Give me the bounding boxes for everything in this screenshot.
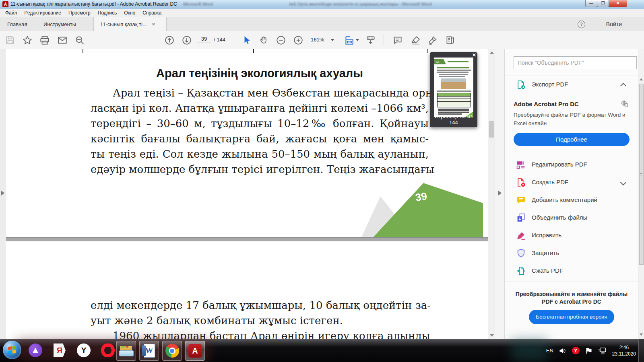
menu-help[interactable]: Справка (139, 10, 165, 16)
title-bar: Microsoft Word №5 Орта мектебінде өткізі… (0, 0, 644, 9)
zoom-dropdown-caret[interactable] (331, 39, 334, 41)
tool-compress-pdf[interactable]: Сжать PDF (505, 262, 638, 280)
scroll-mode-icon[interactable] (365, 35, 376, 45)
thumb-line (438, 110, 469, 111)
menu-window[interactable]: Окно (120, 10, 139, 16)
taskbar-alice-icon[interactable] (27, 342, 43, 358)
menu-sign[interactable]: Подпись (94, 10, 121, 16)
zoom-in-icon[interactable] (293, 35, 303, 45)
collapse-chevron-icon[interactable] (620, 83, 627, 89)
network-icon[interactable] (598, 347, 607, 355)
restore-button[interactable]: ❐ (597, 0, 609, 7)
tools-scroll-thumb[interactable] (639, 84, 644, 265)
taskbar: Я Y W (0, 339, 644, 362)
tray-time: 2:46 (612, 344, 636, 351)
show-desktop-button[interactable] (638, 339, 644, 362)
help-icon[interactable]: ? (578, 21, 585, 28)
minimize-button[interactable]: — (585, 0, 597, 7)
tab-home[interactable]: Главная (1, 17, 33, 31)
taskbar-word-button[interactable]: W (139, 341, 159, 361)
taskbar-explorer-button[interactable] (116, 341, 136, 361)
scroll-up-arrow[interactable] (490, 51, 494, 54)
save-icon[interactable] (5, 35, 15, 45)
expand-chevron-icon[interactable] (620, 179, 627, 186)
doc-text-line: елді мекендерде 17 балық ұжымшары, 10 ба… (91, 298, 429, 313)
highlight-icon[interactable] (411, 35, 421, 45)
tool-create-pdf[interactable]: Создать PDF (505, 174, 638, 191)
thumb-table (437, 93, 471, 107)
taskbar-yandex-ya-icon[interactable]: Я (52, 342, 68, 358)
tool-export-pdf[interactable]: Экспорт PDF (505, 76, 638, 94)
doc-text-line: ты теңіз еді. Сол кезде жылына 50–150 мы… (91, 146, 429, 162)
fill-sign-icon[interactable] (445, 35, 455, 45)
scroll-down-arrow[interactable] (490, 334, 494, 337)
hand-tool-icon[interactable] (258, 35, 269, 45)
document-scrollbar[interactable] (488, 49, 495, 339)
taskbar-chrome-button[interactable] (162, 341, 182, 361)
table-remnant (83, 49, 428, 53)
close-button[interactable]: ✕ (609, 0, 627, 7)
fit-width-icon[interactable] (344, 35, 355, 45)
thumb-line (437, 72, 469, 73)
star-icon[interactable] (22, 35, 33, 45)
sign-pen-icon[interactable] (427, 35, 438, 45)
comment-icon[interactable] (392, 35, 403, 45)
learn-more-button[interactable]: Подробнее (514, 133, 630, 146)
clock[interactable]: 2:46 23.11.2020 (612, 344, 636, 357)
zoom-level-value[interactable]: 161% (311, 37, 324, 43)
search-tool-icon[interactable] (74, 35, 85, 45)
tab-tools[interactable]: Инструменты (37, 17, 83, 31)
tools-panel-divider (495, 49, 505, 339)
page-thumbnail: §2. (434, 58, 473, 117)
email-icon[interactable] (57, 35, 68, 45)
alice-glyph (33, 348, 38, 353)
document-scroll-thumb[interactable] (489, 121, 494, 138)
previous-page-icon[interactable] (164, 35, 175, 45)
document-paragraph: елді мекендерде 17 балық ұжымшары, 10 ба… (91, 298, 429, 339)
menu-file[interactable]: Файл (2, 10, 21, 16)
explorer-folder-icon (120, 346, 133, 356)
yandex-tray-icon[interactable]: Y (572, 347, 580, 354)
language-indicator[interactable]: EN (546, 348, 553, 354)
tool-fix[interactable]: Исправить (505, 227, 638, 245)
next-page-icon[interactable] (182, 35, 192, 45)
fit-dropdown-caret[interactable] (356, 39, 359, 41)
menu-edit[interactable]: Редактирование (21, 10, 65, 16)
sign-in-button[interactable]: Войти (606, 21, 622, 27)
volume-icon[interactable] (559, 347, 567, 355)
tool-add-comment[interactable]: Добавить комментарий (505, 191, 638, 209)
zoom-out-icon[interactable] (276, 35, 286, 45)
print-icon[interactable] (39, 35, 50, 45)
pdf-page-39: Арал теңізінің экологиялық ахуалы Арал т… (6, 49, 488, 237)
nav-pane-strip (0, 49, 6, 339)
tool-combine-files[interactable]: Объединить файлы (505, 209, 638, 227)
tool-edit-pdf[interactable]: Редактировать PDF (505, 156, 638, 174)
free-trial-button[interactable]: Бесплатная пробная версия (529, 310, 614, 324)
page-number-input[interactable]: 39 (197, 36, 211, 43)
tools-panel-scrollbar[interactable] (638, 49, 644, 339)
scroll-up-arrow[interactable] (640, 78, 643, 80)
menu-view[interactable]: Просмотр (65, 10, 94, 16)
window-title: 11-сынып қазақ тілі жаратылыстану бағыты… (10, 1, 177, 7)
popup-close-icon[interactable]: ✕ (472, 52, 476, 58)
nav-pane-expand-arrow[interactable] (1, 191, 4, 195)
page-preview-popup: ✕ §2. Страница 39 из 144 (430, 52, 477, 127)
tool-protect[interactable]: Защитить (505, 245, 638, 262)
scroll-down-arrow[interactable] (640, 333, 643, 336)
tools-panel-collapse-arrow[interactable] (498, 191, 502, 195)
start-button[interactable] (3, 341, 21, 359)
taskbar-acrobat-button[interactable]: A (185, 341, 205, 361)
tray-date: 23.11.2020 (612, 351, 636, 357)
menu-bar: Файл Редактирование Просмотр Подпись Окн… (0, 9, 644, 17)
taskbar-yandex-browser-icon[interactable]: Y (76, 342, 92, 358)
tools-search-input[interactable] (514, 56, 637, 69)
page-corner-decoration: 39 (354, 180, 488, 237)
divider (505, 155, 638, 155)
action-center-flag-icon[interactable] (585, 347, 593, 354)
taskbar-opera-icon[interactable] (100, 342, 116, 358)
tab-document[interactable]: 11-сынып қазақ ті... ✕ (93, 17, 167, 31)
toolbar-divider (384, 34, 384, 45)
select-tool-icon[interactable] (242, 35, 252, 45)
thumb-line (438, 112, 469, 113)
tab-close-icon[interactable]: ✕ (152, 22, 155, 27)
